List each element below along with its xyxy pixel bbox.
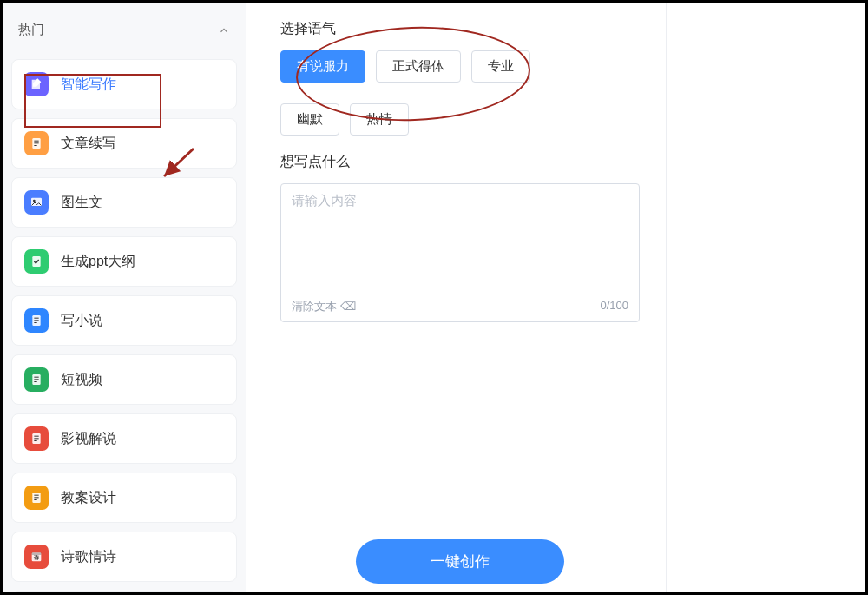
svg-rect-6 bbox=[32, 256, 40, 267]
sidebar-item-7[interactable]: 教案设计 bbox=[11, 473, 237, 523]
textarea-footer: 清除文本 ⌫ 0/100 bbox=[292, 299, 628, 314]
svg-rect-12 bbox=[34, 377, 38, 378]
doc-lines-icon bbox=[24, 308, 49, 333]
sidebar-item-label: 智能写作 bbox=[61, 76, 116, 94]
sidebar-item-2[interactable]: 图生文 bbox=[11, 177, 237, 228]
sidebar-item-0[interactable]: 智能写作 bbox=[11, 59, 237, 109]
tone-chip-1[interactable]: 正式得体 bbox=[376, 50, 461, 83]
prompt-section-label: 想写点什么 bbox=[280, 153, 640, 171]
submit-bar: 一键创作 bbox=[280, 539, 640, 584]
sidebar-item-label: 诗歌情诗 bbox=[61, 548, 116, 566]
sidebar-item-label: 教案设计 bbox=[61, 489, 116, 507]
tone-chip-3[interactable]: 幽默 bbox=[280, 103, 339, 136]
svg-rect-16 bbox=[34, 436, 38, 437]
svg-rect-21 bbox=[34, 497, 38, 498]
svg-rect-10 bbox=[34, 322, 36, 323]
svg-rect-14 bbox=[34, 381, 36, 382]
svg-rect-17 bbox=[34, 438, 38, 439]
right-panel bbox=[666, 3, 865, 592]
tone-chip-4[interactable]: 热情 bbox=[350, 103, 409, 136]
doc-lines-icon bbox=[24, 486, 49, 510]
sidebar-item-label: 写小说 bbox=[61, 312, 102, 330]
calendar-icon: 诗 bbox=[24, 545, 49, 569]
svg-rect-3 bbox=[34, 145, 36, 146]
sidebar-item-label: 短视频 bbox=[61, 371, 102, 389]
svg-rect-22 bbox=[34, 499, 36, 500]
sidebar-item-6[interactable]: 影视解说 bbox=[11, 413, 237, 464]
svg-rect-9 bbox=[34, 320, 38, 321]
doc-pencil-icon bbox=[24, 72, 49, 96]
doc-lines-icon bbox=[24, 131, 49, 155]
doc-check-icon bbox=[24, 249, 49, 274]
svg-rect-2 bbox=[34, 142, 38, 143]
svg-rect-8 bbox=[34, 318, 38, 319]
char-counter: 0/100 bbox=[600, 299, 628, 314]
svg-rect-1 bbox=[34, 141, 38, 142]
sidebar-item-8[interactable]: 诗诗歌情诗 bbox=[11, 532, 237, 582]
svg-rect-13 bbox=[34, 379, 38, 380]
svg-text:诗: 诗 bbox=[33, 554, 39, 560]
main-panel: 选择语气 有说服力正式得体专业幽默热情 想写点什么 清除文本 ⌫ 0/100 一… bbox=[246, 3, 666, 592]
sidebar-item-label: 图生文 bbox=[61, 194, 102, 212]
tone-option-row: 有说服力正式得体专业幽默热情 bbox=[280, 50, 640, 136]
svg-rect-18 bbox=[34, 440, 36, 441]
sidebar-list: 智能写作文章续写图生文生成ppt大纲写小说短视频影视解说教案设计诗诗歌情诗 bbox=[11, 50, 237, 592]
svg-rect-24 bbox=[32, 552, 42, 555]
svg-rect-20 bbox=[34, 495, 38, 496]
tone-section-label: 选择语气 bbox=[280, 20, 640, 38]
sidebar-item-label: 文章续写 bbox=[61, 135, 116, 153]
chevron-up-icon bbox=[218, 24, 230, 36]
sidebar-item-partial[interactable] bbox=[11, 591, 237, 592]
tone-chip-0[interactable]: 有说服力 bbox=[280, 50, 365, 83]
image-text-icon bbox=[24, 190, 49, 215]
doc-lines-icon bbox=[24, 367, 49, 392]
sidebar: 热门 智能写作文章续写图生文生成ppt大纲写小说短视频影视解说教案设计诗诗歌情诗 bbox=[3, 3, 246, 592]
submit-button[interactable]: 一键创作 bbox=[356, 539, 564, 584]
sidebar-item-4[interactable]: 写小说 bbox=[11, 295, 237, 346]
sidebar-section-header[interactable]: 热门 bbox=[11, 10, 237, 50]
doc-lines-icon bbox=[24, 426, 49, 451]
tone-chip-2[interactable]: 专业 bbox=[471, 50, 530, 83]
clear-text-button[interactable]: 清除文本 ⌫ bbox=[292, 299, 356, 314]
sidebar-item-5[interactable]: 短视频 bbox=[11, 354, 237, 405]
sidebar-item-3[interactable]: 生成ppt大纲 bbox=[11, 236, 237, 287]
sidebar-item-label: 生成ppt大纲 bbox=[61, 253, 135, 271]
sidebar-item-label: 影视解说 bbox=[61, 430, 116, 448]
sidebar-item-1[interactable]: 文章续写 bbox=[11, 118, 237, 169]
sidebar-section-title: 热门 bbox=[18, 22, 44, 38]
prompt-textarea-wrap: 清除文本 ⌫ 0/100 bbox=[280, 183, 640, 322]
svg-point-5 bbox=[33, 200, 36, 202]
prompt-textarea[interactable] bbox=[292, 193, 628, 288]
